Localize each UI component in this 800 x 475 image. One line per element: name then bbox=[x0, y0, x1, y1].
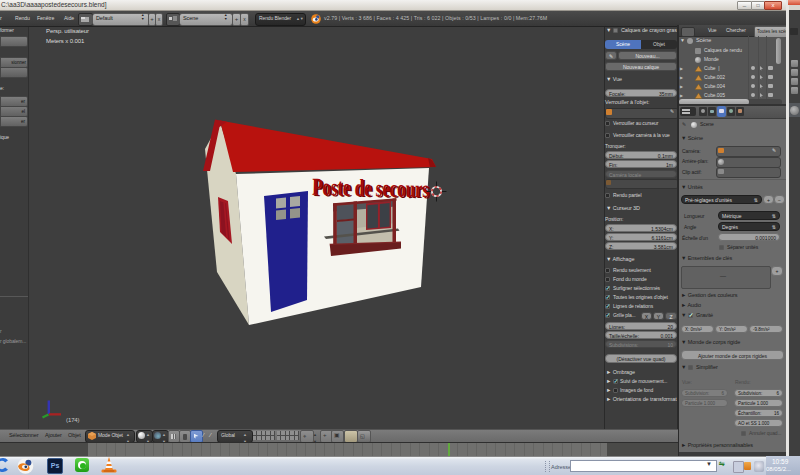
svg-text:Poste de secours: Poste de secours bbox=[312, 173, 429, 203]
